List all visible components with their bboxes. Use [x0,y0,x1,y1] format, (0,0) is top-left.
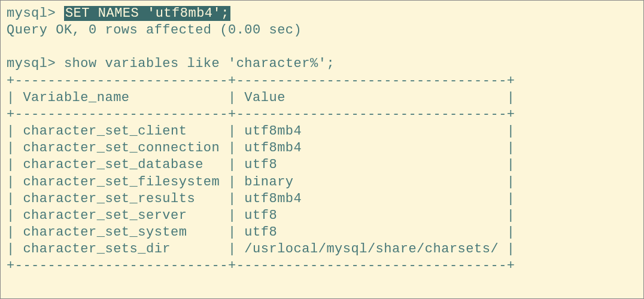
table-line: | character_set_server | utf8 | [7,208,637,224]
table-line: +--------------------------+------------… [7,106,637,123]
table-output: +--------------------------+------------… [7,73,637,275]
table-line: +--------------------------+------------… [7,258,637,274]
table-line: | character_set_system | utf8 | [7,224,637,241]
command-line-1: mysql> SET NAMES 'utf8mb4'; [7,5,637,22]
query-response: Query OK, 0 rows affected (0.00 sec) [7,22,637,39]
table-line: | character_set_results | utf8mb4 | [7,191,637,208]
show-vars-command: show variables like 'character%'; [64,56,335,71]
table-line: | character_sets_dir | /usrlocal/mysql/s… [7,241,637,258]
table-line: | character_set_connection | utf8mb4 | [7,140,637,157]
table-line: | character_set_filesystem | binary | [7,174,637,191]
command-line-2: mysql> show variables like 'character%'; [7,56,637,72]
table-line: | Variable_name | Value | [7,90,637,106]
blank-line [7,39,637,56]
mysql-prompt: mysql> [7,56,56,71]
mysql-prompt: mysql> [7,6,56,21]
highlighted-command: SET NAMES 'utf8mb4'; [64,6,230,21]
table-line: | character_set_client | utf8mb4 | [7,123,637,140]
table-line: | character_set_database | utf8 | [7,157,637,173]
table-line: +--------------------------+------------… [7,73,637,90]
